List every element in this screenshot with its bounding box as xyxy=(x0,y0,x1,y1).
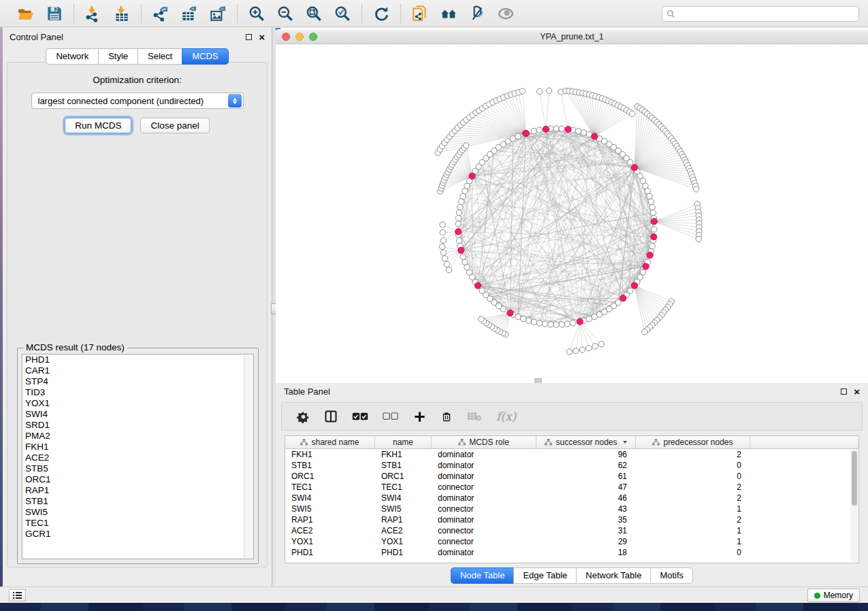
open-file-icon[interactable] xyxy=(16,4,35,23)
tab-node-table[interactable]: Node Table xyxy=(451,567,514,584)
run-mcds-button[interactable]: Run MCDS xyxy=(65,118,131,133)
tab-edge-table[interactable]: Edge Table xyxy=(513,567,576,584)
export-image-icon[interactable] xyxy=(208,4,227,23)
mcds-result-item[interactable]: RAP1 xyxy=(22,485,253,496)
function-builder-icon[interactable]: f(x) xyxy=(496,410,516,423)
table-cell[interactable]: 1 xyxy=(636,536,750,547)
table-cell[interactable]: FKH1 xyxy=(375,449,432,460)
mcds-result-item[interactable]: CAR1 xyxy=(22,365,253,376)
mcds-result-item[interactable]: PHD1 xyxy=(22,354,253,365)
close-table-panel-icon[interactable]: × xyxy=(854,389,860,395)
import-table-icon[interactable] xyxy=(112,4,131,23)
import-network-icon[interactable] xyxy=(84,4,103,23)
memory-button[interactable]: Memory xyxy=(807,589,860,602)
table-cell[interactable]: dominator xyxy=(432,514,536,525)
mcds-result-item[interactable]: YOX1 xyxy=(22,398,253,409)
tab-style[interactable]: Style xyxy=(98,48,138,65)
column-header-MCDS-role[interactable]: MCDS role xyxy=(432,436,536,448)
refresh-icon[interactable] xyxy=(372,4,391,23)
select-all-rows-icon[interactable] xyxy=(352,412,368,421)
table-cell[interactable]: 2 xyxy=(636,514,750,525)
table-cell[interactable]: SWI4 xyxy=(285,493,375,503)
table-cell[interactable]: 0 xyxy=(636,460,750,471)
table-cell[interactable]: 62 xyxy=(536,460,636,471)
delete-table-icon[interactable] xyxy=(467,411,482,422)
table-cell[interactable]: PHD1 xyxy=(285,547,375,558)
table-cell[interactable]: 29 xyxy=(536,536,636,547)
table-row[interactable]: FKH1FKH1dominator962 xyxy=(285,449,858,460)
table-row[interactable]: TEC1TEC1connector472 xyxy=(285,482,858,493)
table-cell[interactable]: 18 xyxy=(536,547,636,558)
table-cell[interactable]: ORC1 xyxy=(285,471,375,482)
mcds-result-item[interactable]: ORC1 xyxy=(22,474,253,485)
export-table-icon[interactable] xyxy=(180,4,199,23)
table-vertical-scrollbar[interactable] xyxy=(850,450,858,561)
column-header-successor-nodes[interactable]: successor nodes xyxy=(536,436,636,448)
mcds-result-item[interactable]: STB1 xyxy=(22,496,253,507)
mcds-result-item[interactable]: SWI4 xyxy=(22,409,253,420)
show-all-icon[interactable] xyxy=(496,4,515,23)
mcds-list-scrollbar[interactable] xyxy=(244,355,253,558)
scrollbar-thumb[interactable] xyxy=(852,451,857,506)
table-cell[interactable]: 43 xyxy=(536,503,636,514)
new-network-from-selection-icon[interactable] xyxy=(411,4,430,23)
table-cell[interactable]: SWI5 xyxy=(285,503,375,514)
table-cell[interactable]: connector xyxy=(432,536,536,547)
table-row[interactable]: ORC1ORC1dominator610 xyxy=(285,471,858,482)
table-row[interactable]: PHD1PHD1dominator180 xyxy=(285,547,858,558)
table-cell[interactable]: 1 xyxy=(636,525,750,536)
table-cell[interactable]: 0 xyxy=(636,547,750,558)
column-header-name[interactable]: name xyxy=(375,436,432,448)
table-cell[interactable]: STB1 xyxy=(375,460,432,471)
close-panel-button[interactable]: Close panel xyxy=(140,118,209,133)
table-cell[interactable]: dominator xyxy=(432,471,536,482)
mcds-result-item[interactable]: FKH1 xyxy=(22,442,253,452)
table-cell[interactable]: SWI4 xyxy=(375,493,432,503)
table-cell[interactable]: 46 xyxy=(536,493,636,503)
mcds-result-item[interactable]: GCR1 xyxy=(22,529,253,540)
tab-select[interactable]: Select xyxy=(138,48,182,65)
zoom-in-icon[interactable] xyxy=(247,4,266,23)
mcds-result-item[interactable]: TEC1 xyxy=(22,518,253,529)
tab-mcds[interactable]: MCDS xyxy=(182,48,228,65)
table-cell[interactable]: connector xyxy=(432,525,536,536)
optimization-criterion-select[interactable]: largest connected component (undirected) xyxy=(31,93,244,109)
table-cell[interactable]: 31 xyxy=(536,525,636,536)
table-cell[interactable]: RAP1 xyxy=(285,514,375,525)
table-row[interactable]: ACE2ACE2connector311 xyxy=(285,525,858,536)
table-cell[interactable]: dominator xyxy=(432,493,536,503)
mcds-result-item[interactable]: STP4 xyxy=(22,376,253,387)
table-cell[interactable]: RAP1 xyxy=(375,514,432,525)
export-network-icon[interactable] xyxy=(151,4,170,23)
table-row[interactable]: SWI5SWI5connector431 xyxy=(285,503,858,514)
table-row[interactable]: RAP1RAP1dominator352 xyxy=(285,514,858,525)
float-panel-icon[interactable] xyxy=(246,34,252,40)
deselect-all-rows-icon[interactable] xyxy=(383,412,399,421)
save-session-icon[interactable] xyxy=(45,4,64,23)
mcds-result-item[interactable]: ACE2 xyxy=(22,452,253,463)
tab-network[interactable]: Network xyxy=(46,48,98,65)
mcds-result-item[interactable]: TID3 xyxy=(22,387,253,398)
add-column-icon[interactable] xyxy=(413,410,426,423)
mcds-result-list[interactable]: PHD1CAR1STP4TID3YOX1SWI4SRD1PMA2FKH1ACE2… xyxy=(22,354,254,559)
table-row[interactable]: SWI4SWI4dominator462 xyxy=(285,493,858,503)
table-cell[interactable]: connector xyxy=(432,482,536,493)
table-cell[interactable]: 47 xyxy=(536,482,636,493)
mcds-result-item[interactable]: SRD1 xyxy=(22,420,253,431)
mcds-result-item[interactable]: STB5 xyxy=(22,463,253,474)
houses-icon[interactable] xyxy=(439,4,458,23)
network-graph[interactable] xyxy=(276,44,868,383)
table-cell[interactable]: 61 xyxy=(536,471,636,482)
table-cell[interactable]: TEC1 xyxy=(285,482,375,493)
network-canvas[interactable] xyxy=(276,44,868,383)
table-cell[interactable]: SWI5 xyxy=(375,503,432,514)
table-cell[interactable]: 35 xyxy=(536,514,636,525)
table-cell[interactable]: YOX1 xyxy=(285,536,375,547)
table-cell[interactable]: ORC1 xyxy=(375,471,432,482)
table-cell[interactable]: 2 xyxy=(636,493,750,503)
search-input[interactable] xyxy=(679,10,854,19)
table-cell[interactable]: ACE2 xyxy=(375,525,432,536)
table-cell[interactable]: dominator xyxy=(432,449,536,460)
table-cell[interactable]: FKH1 xyxy=(285,449,375,460)
table-cell[interactable]: dominator xyxy=(432,460,536,471)
